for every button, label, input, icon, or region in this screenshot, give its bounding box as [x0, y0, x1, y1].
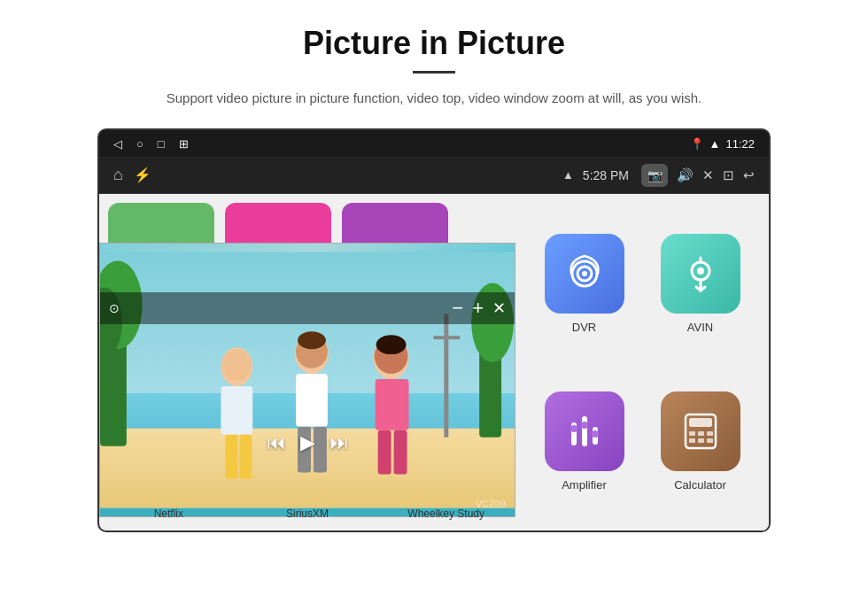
pip-close-button[interactable]: ✕ — [492, 298, 506, 318]
svg-rect-21 — [376, 379, 409, 430]
status-time: 11:22 — [725, 137, 755, 151]
title-divider — [413, 71, 455, 74]
pip-play-button[interactable]: ▶ — [300, 431, 315, 454]
svg-rect-47 — [689, 438, 695, 443]
main-content: ⊙ − + ✕ — [99, 194, 769, 531]
svg-point-39 — [570, 425, 577, 432]
status-bar-left: ◁ ○ □ ⊞ — [113, 137, 189, 151]
amplifier-icon — [562, 409, 607, 453]
app-bar-right: ▲ 5:28 PM 📷 🔊 ✕ ⊡ ↩ — [562, 164, 755, 187]
back-icon[interactable]: ↩ — [743, 167, 755, 183]
watermark: VCZ09 — [476, 499, 506, 509]
wifi-icon: ▲ — [709, 137, 721, 151]
pip-controls-bar: ⊙ − + ✕ — [100, 292, 515, 324]
avin-icon — [678, 252, 723, 296]
app-item-avin[interactable]: AVIN — [646, 208, 755, 359]
usb-icon: ⚡ — [134, 167, 151, 183]
calculator-label: Calculator — [674, 478, 726, 492]
app-label-wheelkey: Wheelkey Study — [376, 507, 515, 523]
dvr-icon — [562, 252, 607, 296]
svg-point-25 — [298, 331, 326, 349]
svg-rect-45 — [698, 431, 704, 436]
back-nav-icon[interactable]: ◁ — [113, 137, 122, 151]
pip-plus-button[interactable]: + — [472, 297, 484, 320]
calculator-icon — [678, 409, 723, 453]
svg-rect-43 — [689, 418, 712, 427]
pip-minus-button[interactable]: − — [452, 297, 463, 320]
svg-rect-37 — [582, 416, 587, 446]
svg-point-31 — [697, 267, 704, 275]
app-item-amplifier[interactable]: Amplifier — [530, 366, 639, 516]
pip-ctrl-right: − + ✕ — [452, 297, 506, 320]
svg-point-41 — [592, 430, 599, 438]
menu-nav-icon[interactable]: ⊞ — [179, 137, 189, 151]
app-label-netflix: Netflix — [99, 507, 238, 523]
home-nav-icon[interactable]: ○ — [136, 137, 143, 151]
app-bar-time: 5:28 PM — [583, 168, 629, 182]
wifi-bar-icon: ▲ — [562, 168, 574, 182]
app-grid-right: DVR AVIN — [515, 194, 769, 531]
svg-rect-16 — [296, 374, 328, 427]
location-icon: 📍 — [690, 137, 704, 151]
status-bar-right: 📍 ▲ 11:22 — [690, 137, 755, 151]
device-frame: ◁ ○ □ ⊞ 📍 ▲ 11:22 ⌂ ⚡ ▲ 5:28 PM 📷 — [97, 128, 771, 532]
avin-label: AVIN — [687, 321, 713, 334]
svg-rect-11 — [221, 386, 252, 435]
camera-icon: 📷 — [647, 168, 663, 182]
pip-prev-button[interactable]: ⏮ — [267, 431, 286, 454]
app-bar: ⌂ ⚡ ▲ 5:28 PM 📷 🔊 ✕ ⊡ ↩ — [99, 157, 769, 194]
app-label-siriusxm: SiriusXM — [238, 507, 377, 523]
svg-rect-44 — [689, 431, 695, 436]
dvr-icon-box[interactable] — [545, 234, 624, 314]
close-icon[interactable]: ✕ — [702, 167, 714, 183]
pip-playback-controls: ⏮ ▶ ⏭ — [267, 431, 349, 454]
svg-rect-49 — [707, 438, 713, 443]
svg-rect-48 — [698, 438, 704, 443]
page-subtitle: Support video picture in picture functio… — [35, 88, 833, 109]
svg-point-40 — [581, 422, 588, 429]
status-bar: ◁ ○ □ ⊞ 📍 ▲ 11:22 — [99, 130, 769, 157]
svg-point-26 — [376, 335, 407, 354]
camera-button[interactable]: 📷 — [641, 164, 668, 187]
dvr-label: DVR — [572, 321, 596, 334]
svg-point-14 — [221, 349, 252, 381]
recents-nav-icon[interactable]: □ — [158, 137, 165, 151]
app-item-calculator[interactable]: Calculator — [646, 366, 755, 516]
home-button[interactable]: ⌂ — [113, 166, 123, 184]
pip-icon[interactable]: ⊡ — [723, 167, 734, 183]
pip-container: ⊙ − + ✕ — [99, 194, 515, 531]
calculator-icon-box[interactable] — [661, 391, 740, 471]
avin-icon-box[interactable] — [661, 234, 740, 314]
app-labels-row: Netflix SiriusXM Wheelkey Study — [99, 469, 515, 531]
svg-rect-9 — [433, 336, 460, 339]
volume-icon[interactable]: 🔊 — [677, 167, 694, 183]
app-bar-left: ⌂ ⚡ — [113, 166, 151, 184]
svg-point-29 — [582, 271, 587, 276]
pip-next-button[interactable]: ⏭ — [329, 431, 349, 454]
pip-record-icon: ⊙ — [109, 301, 120, 315]
svg-rect-8 — [444, 314, 448, 437]
page-title: Picture in Picture — [35, 25, 833, 62]
page-wrapper: Picture in Picture Support video picture… — [0, 0, 868, 532]
app-item-dvr[interactable]: DVR — [530, 208, 639, 359]
svg-rect-46 — [707, 431, 713, 436]
amplifier-label: Amplifier — [562, 478, 607, 492]
amplifier-icon-box[interactable] — [545, 391, 624, 471]
